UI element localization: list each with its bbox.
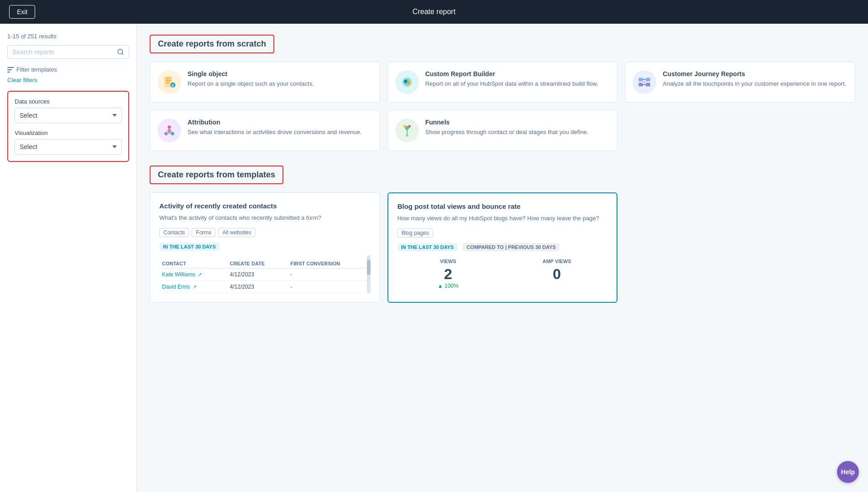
chevron-down-icon: [112, 114, 117, 117]
svg-rect-12: [639, 78, 643, 81]
table-row: David Enns ↗ 4/12/2023 -: [159, 280, 371, 293]
activity-contacts-tags: Contacts Forms All websites: [159, 228, 371, 237]
svg-rect-15: [646, 83, 651, 87]
attribution-icon: [157, 119, 181, 142]
blog-post-desc: How many views do all my HubSpot blogs h…: [397, 214, 608, 223]
template-cards-grid: Activity of recently created contacts Wh…: [150, 192, 855, 303]
visualization-select[interactable]: Select: [15, 139, 122, 155]
exit-button[interactable]: Exit: [9, 5, 35, 19]
filter-icon: [7, 67, 14, 73]
activity-contacts-card[interactable]: Activity of recently created contacts Wh…: [150, 192, 380, 303]
results-count: 1-15 of 251 results: [7, 33, 129, 40]
contact-name-1[interactable]: Kate Williams ↗: [159, 268, 227, 280]
external-link-icon-2: ↗: [193, 284, 197, 290]
svg-rect-25: [167, 131, 171, 134]
svg-rect-13: [646, 78, 651, 81]
col-contact: CONTACT: [159, 259, 227, 269]
data-sources-value: Select: [20, 112, 37, 119]
svg-point-20: [167, 125, 171, 129]
activity-contacts-desc: What's the activity of contacts who rece…: [159, 213, 371, 223]
customer-journey-text: Customer Journey Reports Analyze all the…: [663, 70, 846, 88]
single-object-desc: Report on a single object such as your c…: [188, 79, 314, 88]
customer-journey-title: Customer Journey Reports: [663, 70, 846, 78]
visualization-label: Visualization: [15, 129, 122, 136]
table-row: Kate Williams ↗ 4/12/2023 -: [159, 268, 371, 280]
scratch-section-header: Create reports from scratch: [150, 35, 274, 53]
attribution-title: Attribution: [188, 119, 362, 126]
contacts-table: CONTACT CREATE DATE FIRST CONVERSION Kat…: [159, 259, 371, 293]
svg-rect-3: [166, 78, 171, 78]
scratch-cards-grid: $ Single object Report on a single objec…: [150, 62, 855, 151]
contact-conversion-1: -: [288, 268, 370, 280]
contact-conversion-2: -: [288, 280, 370, 293]
tag-all-websites: All websites: [218, 228, 255, 237]
views-change: ▲ 100%: [397, 283, 499, 289]
funnels-title: Funnels: [425, 119, 589, 126]
activity-contacts-title: Activity of recently created contacts: [159, 202, 371, 210]
tag-contacts: Contacts: [159, 228, 189, 237]
svg-rect-14: [639, 83, 643, 87]
svg-point-28: [403, 125, 406, 127]
svg-rect-4: [166, 80, 171, 81]
sidebar: 1-15 of 251 results Filter templates Cle…: [0, 24, 137, 492]
attribution-desc: See what interactions or activities drov…: [188, 128, 362, 137]
visualization-value: Select: [20, 143, 37, 150]
funnels-text: Funnels Show progress through contact or…: [425, 119, 589, 137]
views-label: VIEWS: [397, 259, 499, 264]
data-sources-select[interactable]: Select: [15, 108, 122, 123]
svg-point-21: [171, 132, 174, 135]
time-badge-blog-30days: IN THE LAST 30 DAYS: [397, 243, 458, 251]
page-title: Create report: [413, 8, 455, 16]
filter-box: Data sources Select Visualization Select: [7, 91, 129, 162]
amp-views-metric: AMP VIEWS 0: [506, 259, 607, 289]
blog-post-tags: Blog pages: [397, 228, 608, 238]
amp-views-label: AMP VIEWS: [506, 259, 607, 264]
search-box[interactable]: [7, 45, 129, 59]
svg-rect-26: [168, 129, 170, 131]
amp-views-value: 0: [506, 266, 607, 283]
external-link-icon: ↗: [198, 272, 202, 277]
single-object-card[interactable]: $ Single object Report on a single objec…: [150, 62, 380, 103]
svg-line-1: [122, 53, 123, 55]
contact-date-2: 4/12/2023: [227, 280, 288, 293]
scrollbar-track[interactable]: [367, 255, 371, 293]
svg-point-0: [118, 49, 123, 54]
funnels-card[interactable]: Funnels Show progress through contact or…: [387, 110, 618, 151]
attribution-card[interactable]: Attribution See what interactions or act…: [150, 110, 380, 151]
scrollbar-thumb[interactable]: [367, 260, 371, 275]
custom-report-builder-card[interactable]: Custom Report Builder Report on all of y…: [387, 62, 618, 103]
chevron-down-icon-2: [112, 145, 117, 148]
custom-report-builder-desc: Report on all of your HubSpot data withi…: [425, 79, 598, 88]
blog-post-card[interactable]: Blog post total views and bounce rate Ho…: [387, 192, 618, 303]
templates-section-header: Create reports from templates: [150, 166, 283, 184]
col-first-conversion: FIRST CONVERSION: [288, 259, 370, 269]
svg-point-11: [407, 81, 410, 85]
funnels-icon: [395, 119, 419, 142]
tag-forms: Forms: [192, 228, 215, 237]
table-container: CONTACT CREATE DATE FIRST CONVERSION Kat…: [159, 255, 371, 293]
help-button[interactable]: Help: [837, 461, 859, 483]
contact-name-2[interactable]: David Enns ↗: [159, 280, 227, 293]
col-create-date: CREATE DATE: [227, 259, 288, 269]
time-badge-30days: IN THE LAST 30 DAYS: [159, 243, 220, 251]
custom-report-builder-text: Custom Report Builder Report on all of y…: [425, 70, 598, 88]
svg-point-30: [406, 134, 408, 136]
customer-journey-card[interactable]: Customer Journey Reports Analyze all the…: [625, 62, 855, 103]
customer-journey-desc: Analyze all the touchpoints in your cust…: [663, 79, 846, 88]
views-metric: VIEWS 2 ▲ 100%: [397, 259, 499, 289]
search-icon: [117, 48, 124, 56]
svg-text:$: $: [172, 83, 174, 88]
search-input[interactable]: [12, 48, 117, 56]
custom-report-builder-title: Custom Report Builder: [425, 70, 598, 78]
data-sources-label: Data sources: [15, 98, 122, 105]
customer-journey-icon: [633, 70, 656, 94]
main-content: Create reports from scratch $ Single obj…: [137, 24, 868, 492]
contact-date-1: 4/12/2023: [227, 268, 288, 280]
time-badge-compared: COMPARED TO | PREVIOUS 30 DAYS: [463, 243, 559, 251]
svg-point-29: [408, 125, 410, 127]
svg-rect-5: [166, 82, 169, 83]
views-value: 2: [397, 266, 499, 283]
clear-filters-link[interactable]: Clear filters: [7, 77, 129, 83]
main-layout: 1-15 of 251 results Filter templates Cle…: [0, 24, 868, 492]
filter-header: Filter templates: [7, 66, 129, 73]
